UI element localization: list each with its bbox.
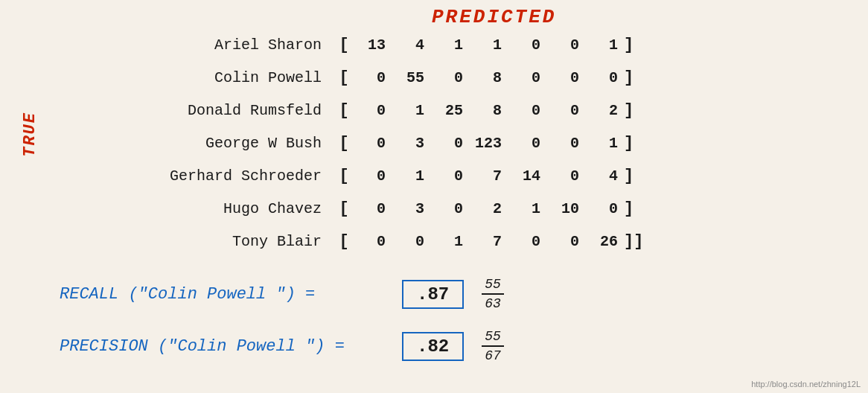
matrix-cell: 4: [585, 167, 624, 185]
precision-value: .82: [402, 332, 464, 361]
matrix-cell: 0: [546, 167, 585, 185]
matrix-cell: 0: [546, 102, 585, 119]
matrix-cell: 0: [508, 102, 546, 119]
matrix-cell: 0: [508, 36, 546, 54]
bracket-close: ]]: [624, 232, 645, 251]
matrix-cell: 1: [430, 233, 469, 250]
matrix-cell: 0: [392, 233, 430, 250]
bracket-open: [: [335, 199, 353, 218]
recall-value: .87: [402, 280, 464, 309]
matrix-cell: 10: [546, 200, 585, 217]
matrix-cell: 7: [469, 233, 508, 250]
matrix-cell: 1: [585, 135, 624, 152]
precision-label: PRECISION ("Colin Powell ") =: [60, 337, 372, 356]
matrix-cell: 0: [430, 167, 469, 185]
matrix-cell: 0: [353, 69, 392, 86]
matrix-cell: 2: [469, 200, 508, 217]
matrix-cell: 0: [353, 167, 392, 185]
recall-row: RECALL ("Colin Powell ") =.875563: [60, 268, 504, 320]
fraction-denominator: 67: [485, 347, 501, 363]
matrix-cell: 0: [430, 200, 469, 217]
true-label: TRUE: [21, 112, 39, 157]
confusion-matrix: Ariel Sharon[13411001]Colin Powell[05508…: [104, 28, 645, 258]
matrix-cell: 0: [546, 135, 585, 152]
matrix-cell: 0: [508, 233, 546, 250]
matrix-cell: 55: [392, 69, 430, 86]
row-label: Donald Rumsfeld: [104, 102, 335, 119]
matrix-cell: 1: [508, 200, 546, 217]
predicted-label: PREDICTED: [432, 6, 556, 28]
table-row: Colin Powell[05508000]: [104, 61, 645, 94]
matrix-cell: 0: [546, 233, 585, 250]
matrix-cell: 0: [546, 36, 585, 54]
watermark: http://blog.csdn.net/zhning12L: [751, 380, 861, 389]
recall-fraction: 5563: [482, 277, 504, 311]
metrics-section: RECALL ("Colin Powell ") =.875563PRECISI…: [60, 268, 504, 372]
matrix-cell: 1: [585, 36, 624, 54]
matrix-cell: 2: [585, 102, 624, 119]
matrix-cell: 8: [469, 102, 508, 119]
row-label: Colin Powell: [104, 69, 335, 86]
fraction-numerator: 55: [482, 329, 504, 347]
matrix-cell: 0: [353, 233, 392, 250]
matrix-cell: 0: [508, 69, 546, 86]
matrix-cell: 1: [392, 167, 430, 185]
matrix-cell: 0: [430, 69, 469, 86]
table-row: George W Bush[030123001]: [104, 127, 645, 159]
matrix-cell: 0: [546, 69, 585, 86]
matrix-cell: 0: [585, 200, 624, 217]
bracket-open: [: [335, 232, 353, 251]
matrix-cell: 1: [469, 36, 508, 54]
bracket-open: [: [335, 68, 353, 87]
matrix-cell: 8: [469, 69, 508, 86]
precision-fraction: 5567: [482, 329, 504, 363]
matrix-cell: 25: [430, 102, 469, 119]
bracket-open: [: [335, 101, 353, 120]
fraction-numerator: 55: [482, 277, 504, 295]
bracket-close: ]: [624, 167, 645, 185]
table-row: Gerhard Schroeder[01071404]: [104, 159, 645, 192]
table-row: Hugo Chavez[03021100]: [104, 192, 645, 225]
matrix-cell: 1: [392, 102, 430, 119]
matrix-cell: 0: [353, 135, 392, 152]
bracket-close: ]: [624, 36, 645, 54]
table-row: Ariel Sharon[13411001]: [104, 28, 645, 61]
matrix-cell: 0: [508, 135, 546, 152]
row-label: Ariel Sharon: [104, 36, 335, 54]
bracket-open: [: [335, 134, 353, 153]
matrix-cell: 0: [353, 102, 392, 119]
table-row: Tony Blair[00170026]]: [104, 225, 645, 258]
matrix-cell: 4: [392, 36, 430, 54]
recall-label: RECALL ("Colin Powell ") =: [60, 285, 372, 304]
matrix-cell: 14: [508, 167, 546, 185]
matrix-cell: 13: [353, 36, 392, 54]
bracket-close: ]: [624, 199, 645, 218]
bracket-open: [: [335, 167, 353, 185]
fraction-denominator: 63: [485, 295, 501, 311]
matrix-cell: 0: [430, 135, 469, 152]
matrix-cell: 0: [353, 200, 392, 217]
matrix-cell: 26: [585, 233, 624, 250]
matrix-cell: 1: [430, 36, 469, 54]
main-container: PREDICTED TRUE Ariel Sharon[13411001]Col…: [0, 0, 868, 393]
bracket-open: [: [335, 36, 353, 54]
bracket-close: ]: [624, 68, 645, 87]
row-label: George W Bush: [104, 135, 335, 152]
matrix-cell: 3: [392, 135, 430, 152]
table-row: Donald Rumsfeld[01258002]: [104, 94, 645, 127]
row-label: Gerhard Schroeder: [104, 167, 335, 185]
bracket-close: ]: [624, 134, 645, 153]
matrix-cell: 123: [469, 135, 508, 152]
matrix-cell: 7: [469, 167, 508, 185]
bracket-close: ]: [624, 101, 645, 120]
matrix-cell: 3: [392, 200, 430, 217]
precision-row: PRECISION ("Colin Powell ") =.825567: [60, 320, 504, 372]
matrix-cell: 0: [585, 69, 624, 86]
row-label: Hugo Chavez: [104, 200, 335, 217]
row-label: Tony Blair: [104, 233, 335, 250]
